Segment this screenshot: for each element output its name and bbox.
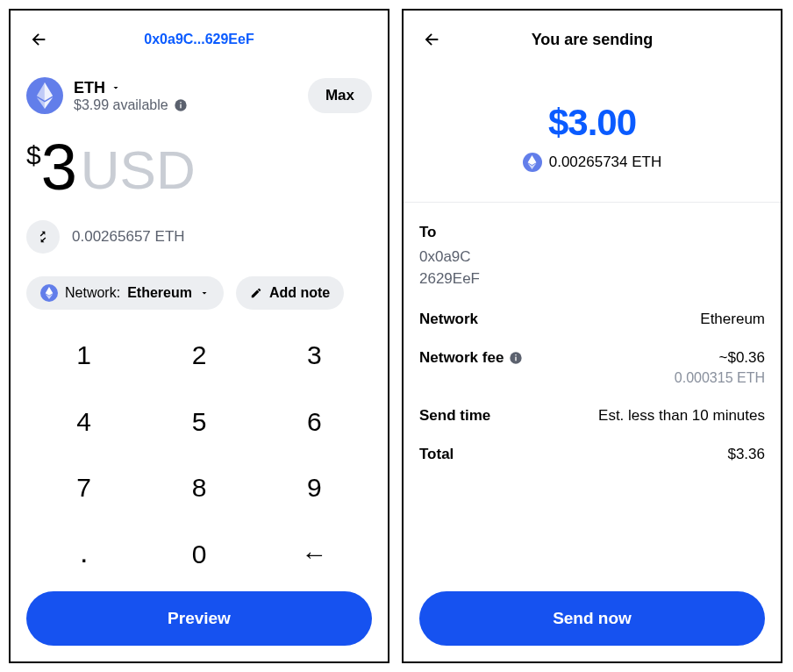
- amount-usd: $3.00: [419, 102, 765, 144]
- send-confirm-screen: You are sending $3.00 0.00265734 ETH To …: [402, 9, 782, 663]
- send-now-button[interactable]: Send now: [419, 591, 765, 646]
- key-3[interactable]: 3: [257, 322, 372, 389]
- network-chip[interactable]: Network: Ethereum: [26, 276, 224, 310]
- svg-rect-5: [516, 354, 517, 355]
- amount-display: $ 3 USD: [26, 135, 372, 201]
- add-note-label: Add note: [269, 285, 330, 301]
- currency-symbol: $: [26, 140, 41, 170]
- key-5[interactable]: 5: [141, 389, 256, 455]
- add-note-chip[interactable]: Add note: [236, 276, 344, 310]
- converted-amount: 0.00265657 ETH: [72, 228, 185, 246]
- sendtime-label: Send time: [419, 407, 490, 425]
- ethereum-glyph-icon: [36, 82, 54, 109]
- total-value: $3.36: [727, 446, 765, 463]
- key-0[interactable]: 0: [141, 521, 256, 588]
- asset-available: $3.99 available: [74, 97, 168, 113]
- asset-selector[interactable]: ETH $3.99 available: [26, 77, 188, 114]
- key-1[interactable]: 1: [26, 322, 141, 389]
- fee-usd: ~$0.36: [675, 349, 765, 367]
- network-value: Ethereum: [700, 311, 765, 328]
- sendtime-row: Send time Est. less than 10 minutes: [419, 407, 765, 425]
- info-icon[interactable]: [509, 351, 523, 365]
- header: You are sending: [419, 26, 765, 53]
- swap-icon: [36, 230, 50, 244]
- preview-button[interactable]: Preview: [26, 591, 372, 646]
- chevron-down-icon: [199, 288, 210, 298]
- key-4[interactable]: 4: [26, 389, 141, 455]
- details-list: To 0x0a9C 2629EeF Network Ethereum Netwo…: [419, 224, 765, 463]
- back-button[interactable]: [26, 27, 51, 52]
- fee-row: Network fee ~$0.36 0.000315 ETH: [419, 349, 765, 386]
- network-label: Network: [419, 311, 478, 328]
- network-row: Network Ethereum: [419, 311, 765, 328]
- sendtime-value: Est. less than 10 minutes: [598, 407, 765, 425]
- svg-rect-2: [180, 102, 181, 103]
- keypad: 1 2 3 4 5 6 7 8 9 . 0 ←: [26, 322, 372, 588]
- amount-eth-row: 0.00265734 ETH: [419, 153, 765, 172]
- currency-code: USD: [81, 139, 196, 201]
- total-row: Total $3.36: [419, 446, 765, 463]
- pencil-icon: [250, 287, 262, 299]
- page-title: You are sending: [419, 31, 765, 49]
- amount-value: 3: [41, 135, 75, 200]
- eth-icon: [26, 77, 63, 114]
- network-prefix: Network:: [65, 285, 120, 301]
- fee-label: Network fee: [419, 349, 504, 367]
- max-button[interactable]: Max: [308, 78, 372, 113]
- to-label: To: [419, 224, 765, 241]
- to-address-line2: 2629EeF: [419, 268, 765, 290]
- total-label: Total: [419, 446, 454, 463]
- arrow-left-icon: [29, 30, 48, 49]
- svg-rect-1: [180, 104, 181, 108]
- network-name: Ethereum: [127, 285, 192, 301]
- send-amount-screen: 0x0a9C...629EeF ETH $3.99 available: [9, 9, 389, 663]
- key-8[interactable]: 8: [141, 455, 256, 522]
- amount-eth: 0.00265734 ETH: [549, 154, 662, 171]
- fee-eth: 0.000315 ETH: [675, 370, 765, 386]
- eth-icon-small: [523, 153, 542, 172]
- key-dot[interactable]: .: [26, 521, 141, 588]
- info-icon[interactable]: [174, 98, 188, 112]
- key-backspace[interactable]: ←: [257, 521, 372, 588]
- chevron-down-icon: [111, 82, 121, 93]
- key-9[interactable]: 9: [257, 455, 372, 522]
- key-7[interactable]: 7: [26, 455, 141, 522]
- amount-summary: $3.00 0.00265734 ETH: [419, 102, 765, 172]
- chips-row: Network: Ethereum Add note: [26, 276, 372, 310]
- key-6[interactable]: 6: [257, 389, 372, 455]
- asset-row: ETH $3.99 available Max: [26, 77, 372, 114]
- svg-rect-4: [516, 357, 517, 361]
- key-2[interactable]: 2: [141, 322, 256, 389]
- header: 0x0a9C...629EeF: [26, 26, 372, 53]
- recipient-address: 0x0a9C...629EeF: [26, 32, 372, 47]
- divider: [404, 202, 781, 203]
- swap-currency-button[interactable]: [26, 220, 60, 254]
- conversion-row: 0.00265657 ETH: [26, 220, 372, 254]
- asset-symbol: ETH: [74, 79, 105, 97]
- eth-icon-small: [40, 284, 58, 302]
- to-block: To 0x0a9C 2629EeF: [419, 224, 765, 290]
- to-address-line1: 0x0a9C: [419, 247, 765, 268]
